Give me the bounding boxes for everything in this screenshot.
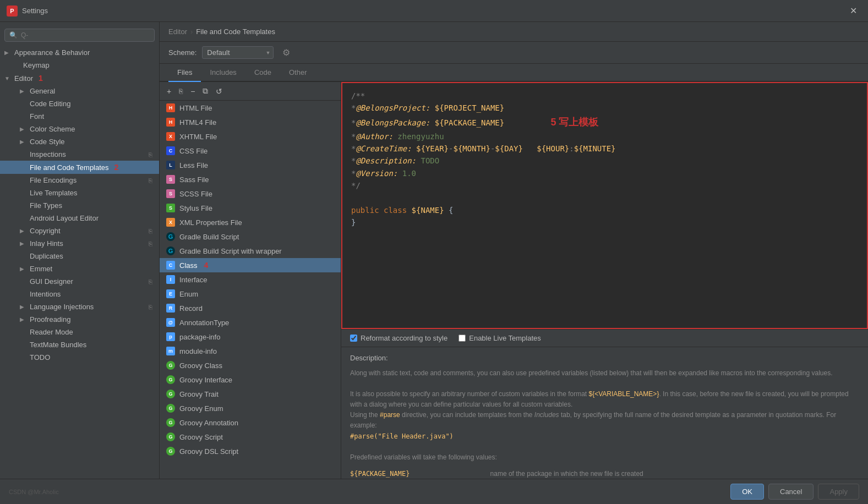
sidebar-item-live-templates[interactable]: Live Templates <box>0 187 159 199</box>
file-item-enum[interactable]: EEnum <box>160 287 341 301</box>
sidebar-item-label: Code Style <box>30 138 65 146</box>
file-item-groovy-annotation[interactable]: GGroovy Annotation <box>160 415 341 430</box>
sidebar-item-file-code-templates[interactable]: File and Code Templates2 <box>0 161 159 174</box>
file-item-groovy-class[interactable]: GGroovy Class <box>160 358 341 372</box>
file-item-annotation-type[interactable]: @AnnotationType <box>160 315 341 330</box>
file-icon-html4-file: H <box>166 118 175 127</box>
file-item-groovy-interface[interactable]: GGroovy Interface <box>160 372 341 387</box>
sidebar-item-copyright[interactable]: ▶Copyright⎘ <box>0 224 159 237</box>
sidebar-item-label: Editor <box>14 74 33 83</box>
options-row: Reformat according to style Enable Live … <box>341 329 868 347</box>
arrow-icon: ▶ <box>20 240 26 246</box>
file-icon-groovy-trait: G <box>166 390 175 398</box>
file-item-class[interactable]: CClass4 <box>160 258 341 272</box>
file-item-groovy-dsl[interactable]: GGroovy DSL Script <box>160 444 341 458</box>
file-item-xhtml-file[interactable]: XXHTML File <box>160 129 341 144</box>
reformat-label: Reformat according to style <box>361 334 447 342</box>
sidebar-item-font[interactable]: Font <box>0 110 159 123</box>
watermark-text: CSDN @Mr.Aholic <box>9 489 59 495</box>
arrow-icon: ▶ <box>20 316 26 322</box>
sidebar-item-todo[interactable]: TODO <box>0 351 159 364</box>
tab-code[interactable]: Code <box>245 64 280 82</box>
sidebar-item-appearance[interactable]: ▶Appearance & Behavior <box>0 46 159 59</box>
file-item-label: Groovy Trait <box>179 390 219 398</box>
live-templates-label: Enable Live Templates <box>469 334 541 342</box>
tab-files[interactable]: Files <box>168 64 201 82</box>
description-text: Along with static text, code and comment… <box>350 368 859 479</box>
sidebar-item-proofreading[interactable]: ▶Proofreading <box>0 313 159 326</box>
sidebar-item-color-scheme[interactable]: ▶Color Scheme <box>0 123 159 135</box>
file-icon-less-file: L <box>166 161 175 169</box>
file-icon-gradle-wrapper: G <box>166 246 175 255</box>
sidebar-item-language-injections[interactable]: ▶Language Injections⎘ <box>0 300 159 313</box>
description-panel: Description: Along with static text, cod… <box>341 347 868 479</box>
file-item-interface[interactable]: IInterface <box>160 272 341 287</box>
sidebar-item-emmet[interactable]: ▶Emmet <box>0 262 159 275</box>
file-item-record[interactable]: RRecord <box>160 301 341 315</box>
tab-other[interactable]: Other <box>280 64 316 82</box>
reformat-checkbox-label[interactable]: Reformat according to style <box>350 334 447 342</box>
close-button[interactable]: ✕ <box>845 3 861 18</box>
sidebar-item-android-layout[interactable]: Android Layout Editor <box>0 212 159 224</box>
file-icon-groovy-script: G <box>166 432 175 441</box>
tab-includes[interactable]: Includes <box>201 64 245 82</box>
sidebar-item-inspections[interactable]: Inspections⎘ <box>0 148 159 161</box>
file-item-groovy-script[interactable]: GGroovy Script <box>160 430 341 444</box>
file-item-groovy-trait[interactable]: GGroovy Trait <box>160 387 341 401</box>
file-item-label: Interface <box>179 276 208 284</box>
scheme-select[interactable]: Default Project <box>202 46 274 59</box>
code-editor[interactable]: /** *@BelongsProject: ${PROJECT_NAME} *@… <box>341 82 868 329</box>
sidebar-item-reader-mode[interactable]: Reader Mode <box>0 326 159 338</box>
revert-template-button[interactable]: ↺ <box>213 86 225 97</box>
sidebar-item-label: TextMate Bundles <box>30 341 86 349</box>
file-item-less-file[interactable]: LLess File <box>160 158 341 172</box>
ok-button[interactable]: OK <box>730 484 764 500</box>
copy-template-button[interactable]: ⎘ <box>176 86 185 96</box>
live-templates-checkbox[interactable] <box>458 335 466 342</box>
file-item-scss-file[interactable]: SSCSS File <box>160 187 341 201</box>
sidebar-item-intentions[interactable]: Intentions <box>0 288 159 300</box>
scheme-gear-button[interactable]: ⚙ <box>279 46 293 59</box>
add-template-button[interactable]: + <box>164 86 174 97</box>
remove-template-button[interactable]: − <box>188 86 198 97</box>
file-item-html4-file[interactable]: HHTML4 File <box>160 115 341 129</box>
reformat-checkbox[interactable] <box>350 335 357 342</box>
live-templates-checkbox-label[interactable]: Enable Live Templates <box>458 334 541 342</box>
sidebar-item-code-editing[interactable]: Code Editing <box>0 97 159 110</box>
duplicate-template-button[interactable]: ⧉ <box>200 85 211 97</box>
file-item-gradle-wrapper[interactable]: GGradle Build Script with wrapper <box>160 244 341 258</box>
sidebar-item-keymap[interactable]: Keymap <box>0 59 159 72</box>
sidebar-item-file-types[interactable]: File Types <box>0 199 159 212</box>
file-item-module-info[interactable]: mmodule-info <box>160 344 341 358</box>
settings-window: P Settings ✕ 🔍 ▶Appearance & BehaviorKey… <box>0 0 868 504</box>
sidebar-item-textmate-bundles[interactable]: TextMate Bundles <box>0 338 159 351</box>
sidebar-item-file-encodings[interactable]: File Encodings⎘ <box>0 174 159 187</box>
file-item-stylus-file[interactable]: SStylus File <box>160 201 341 215</box>
file-item-gradle-build[interactable]: GGradle Build Script <box>160 229 341 244</box>
copy-icon: ⎘ <box>149 278 152 285</box>
sidebar-item-gui-designer[interactable]: GUI Designer⎘ <box>0 275 159 288</box>
search-box[interactable]: 🔍 <box>4 29 155 42</box>
cancel-button[interactable]: Cancel <box>768 484 814 500</box>
file-item-html-file[interactable]: HHTML File <box>160 101 341 115</box>
file-icon-record: R <box>166 304 175 313</box>
file-item-groovy-enum[interactable]: GGroovy Enum <box>160 401 341 415</box>
search-input[interactable] <box>21 31 150 39</box>
scheme-label: Scheme: <box>168 48 196 57</box>
right-panel: Editor › File and Code Templates Scheme:… <box>160 22 868 479</box>
title-bar: P Settings ✕ <box>0 0 868 22</box>
sidebar-item-duplicates[interactable]: Duplicates <box>0 250 159 262</box>
sidebar-item-editor[interactable]: ▼Editor1 <box>0 72 159 85</box>
copy-icon: ⎘ <box>149 240 152 247</box>
apply-button[interactable]: Apply <box>818 484 859 500</box>
sidebar-item-general[interactable]: ▶General <box>0 85 159 97</box>
file-item-xml-properties[interactable]: XXML Properties File <box>160 215 341 229</box>
file-icon-sass-file: S <box>166 175 175 184</box>
file-item-package-info[interactable]: ppackage-info <box>160 330 341 344</box>
file-item-sass-file[interactable]: SSass File <box>160 172 341 187</box>
sidebar-item-label: Inlay Hints <box>30 239 63 248</box>
breadcrumb-parent: Editor <box>168 28 187 36</box>
sidebar-item-code-style[interactable]: ▶Code Style <box>0 135 159 148</box>
file-item-css-file[interactable]: CCSS File <box>160 144 341 158</box>
sidebar-item-inlay-hints[interactable]: ▶Inlay Hints⎘ <box>0 237 159 250</box>
